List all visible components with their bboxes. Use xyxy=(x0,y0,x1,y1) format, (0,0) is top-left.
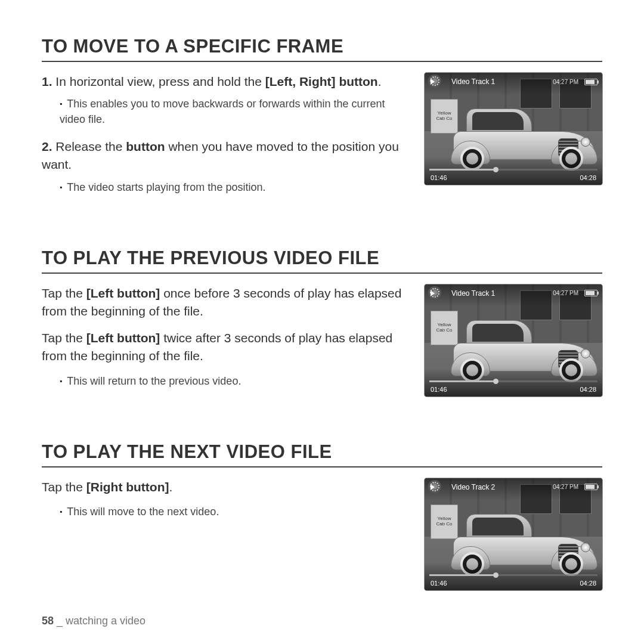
chapter-title: watching a video xyxy=(66,615,145,627)
next-p1-bold: [Right button] xyxy=(86,480,169,494)
clock-label: 04:27 PM xyxy=(553,290,578,296)
step-2-bullets: The video starts playing from the positi… xyxy=(60,180,410,195)
section-move-frame: TO MOVE TO A SPECIFIC FRAME 1. In horizo… xyxy=(42,36,602,206)
time-total: 04:28 xyxy=(580,386,596,393)
next-bullet: This will move to the next video. xyxy=(60,504,410,519)
sign-line1: Yellow xyxy=(438,323,451,328)
prev-p2-bold: [Left button] xyxy=(86,331,160,345)
clock-label: 04:27 PM xyxy=(553,79,578,85)
device-screenshot-2: YellowCab Co Video Track 1 04:27 PM 01:4… xyxy=(425,284,602,397)
time-elapsed: 01:46 xyxy=(431,174,447,181)
sign-line1: Yellow xyxy=(438,111,451,116)
next-p1-a: Tap the xyxy=(42,480,86,494)
sign-line2: Cab Co xyxy=(436,116,452,122)
manual-page: TO MOVE TO A SPECIFIC FRAME 1. In horizo… xyxy=(0,0,644,644)
next-bullets: This will move to the next video. xyxy=(60,504,410,519)
prev-p2-a: Tap the xyxy=(42,331,86,345)
next-p1-b: . xyxy=(169,480,173,494)
shop-sign: YellowCab Co xyxy=(431,99,458,134)
step-2-number: 2. xyxy=(42,140,52,153)
page-footer: 58 _ watching a video xyxy=(42,615,145,627)
prev-bullet: This will return to the previous video. xyxy=(60,374,410,389)
prev-para-1: Tap the [Left button] once before 3 seco… xyxy=(42,284,410,321)
section1-text: 1. In horizontal view, press and hold th… xyxy=(42,73,410,206)
step-2-bullet: The video starts playing from the positi… xyxy=(60,180,410,195)
step-2-bold: button xyxy=(126,140,165,153)
step-2: 2. Release the button when you have move… xyxy=(42,138,410,174)
heading-previous: TO PLAY THE PREVIOUS VIDEO FILE xyxy=(42,247,602,274)
step-2-text-a: Release the xyxy=(55,140,126,153)
time-elapsed: 01:46 xyxy=(431,580,447,587)
step-1-bold: [Left, Right] button xyxy=(265,75,378,88)
sign-line2: Cab Co xyxy=(436,328,452,333)
section-previous-file: TO PLAY THE PREVIOUS VIDEO FILE Tap the … xyxy=(42,247,602,400)
step-1-text-b: . xyxy=(378,75,382,88)
battery-icon xyxy=(584,290,597,296)
heading-next: TO PLAY THE NEXT VIDEO FILE xyxy=(42,441,602,467)
battery-icon xyxy=(584,79,597,85)
heading-move-frame: TO MOVE TO A SPECIFIC FRAME xyxy=(42,36,602,62)
play-icon xyxy=(431,79,435,85)
battery-icon xyxy=(584,484,597,490)
time-total: 04:28 xyxy=(580,174,596,181)
play-icon xyxy=(431,290,435,296)
sign-line1: Yellow xyxy=(438,516,451,522)
page-number: 58 xyxy=(42,615,54,627)
step-1-bullets: This enables you to move backwards or fo… xyxy=(60,97,410,126)
prev-p1-a: Tap the xyxy=(42,286,86,300)
prev-para-2: Tap the [Left button] twice after 3 seco… xyxy=(42,329,410,366)
time-total: 04:28 xyxy=(580,580,596,587)
section3-text: Tap the [Right button]. This will move t… xyxy=(42,478,410,531)
step-1-text-a: In horizontal view, press and hold the xyxy=(55,75,265,88)
next-para: Tap the [Right button]. xyxy=(42,478,410,496)
time-elapsed: 01:46 xyxy=(431,386,447,393)
step-1-number: 1. xyxy=(42,75,52,88)
play-icon xyxy=(431,484,435,490)
step-1-bullet: This enables you to move backwards or fo… xyxy=(60,97,410,126)
video-title: Video Track 1 xyxy=(451,78,495,86)
footer-sep: _ xyxy=(54,615,66,627)
prev-p1-bold: [Left button] xyxy=(86,286,160,300)
section-next-file: TO PLAY THE NEXT VIDEO FILE Tap the [Rig… xyxy=(42,441,602,590)
sign-line2: Cab Co xyxy=(436,522,452,527)
section2-text: Tap the [Left button] once before 3 seco… xyxy=(42,284,410,400)
device-screenshot-3: YellowCab Co Video Track 2 04:27 PM 01:4… xyxy=(425,478,602,590)
video-title: Video Track 1 xyxy=(451,289,495,298)
step-1: 1. In horizontal view, press and hold th… xyxy=(42,73,410,91)
clock-label: 04:27 PM xyxy=(553,484,578,490)
prev-bullets: This will return to the previous video. xyxy=(60,374,410,389)
video-title: Video Track 2 xyxy=(451,483,495,491)
device-screenshot-1: YellowCab Co Video Track 1 04:27 PM 01:4… xyxy=(425,73,602,185)
